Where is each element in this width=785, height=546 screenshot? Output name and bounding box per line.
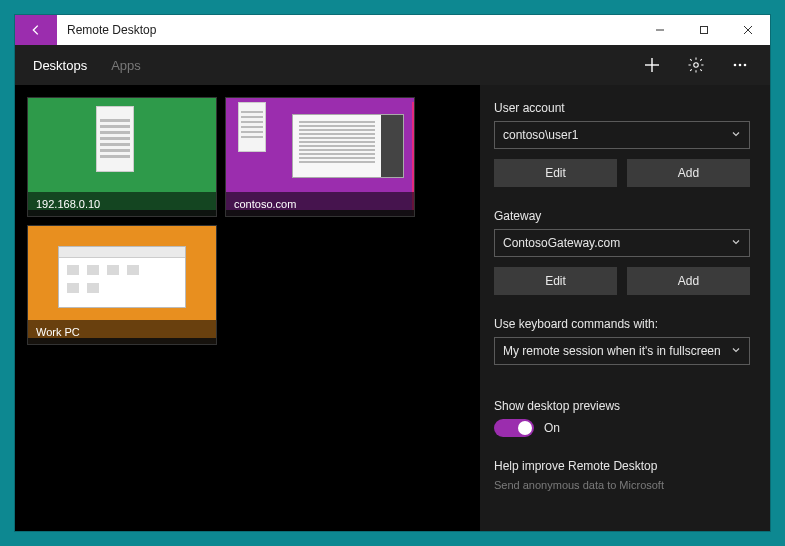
header-actions <box>640 53 760 77</box>
user-account-edit-button[interactable]: Edit <box>494 159 617 187</box>
user-account-label: User account <box>494 101 750 115</box>
telemetry-subtext: Send anonymous data to Microsoft <box>494 479 750 491</box>
section-keyboard: Use keyboard commands with: My remote se… <box>494 317 750 365</box>
gateway-add-button[interactable]: Add <box>627 267 750 295</box>
app-window: Remote Desktop Desktops Apps <box>15 15 770 531</box>
thumbnail-content <box>292 114 404 178</box>
tab-apps[interactable]: Apps <box>111 48 141 83</box>
section-user-account: User account contoso\user1 Edit Add <box>494 101 750 187</box>
svg-point-8 <box>739 64 742 67</box>
tab-desktops[interactable]: Desktops <box>33 48 87 83</box>
body: 192.168.0.10 contoso.com Work PC User ac… <box>15 85 770 531</box>
svg-rect-1 <box>701 27 708 34</box>
desktop-tile-label: contoso.com <box>226 192 414 216</box>
desktop-tile-label: Work PC <box>28 320 216 344</box>
desktop-tile[interactable]: 192.168.0.10 <box>27 97 217 217</box>
svg-point-9 <box>744 64 747 67</box>
desktops-grid: 192.168.0.10 contoso.com Work PC <box>15 85 480 531</box>
minimize-button[interactable] <box>638 15 682 45</box>
gear-icon <box>687 56 705 74</box>
window-controls <box>638 15 770 45</box>
settings-pane: User account contoso\user1 Edit Add Gate… <box>480 85 770 531</box>
add-button[interactable] <box>640 53 664 77</box>
keyboard-value: My remote session when it's in fullscree… <box>503 344 721 358</box>
svg-point-7 <box>734 64 737 67</box>
app-title: Remote Desktop <box>57 15 638 45</box>
header-bar: Desktops Apps <box>15 45 770 85</box>
gateway-edit-button[interactable]: Edit <box>494 267 617 295</box>
user-account-value: contoso\user1 <box>503 128 578 142</box>
keyboard-select[interactable]: My remote session when it's in fullscree… <box>494 337 750 365</box>
back-button[interactable] <box>15 15 57 45</box>
previews-state: On <box>544 421 560 435</box>
titlebar: Remote Desktop <box>15 15 770 45</box>
keyboard-label: Use keyboard commands with: <box>494 317 750 331</box>
plus-icon <box>643 56 661 74</box>
previews-label: Show desktop previews <box>494 399 750 413</box>
svg-point-6 <box>694 63 699 68</box>
chevron-down-icon <box>731 128 741 142</box>
tab-strip: Desktops Apps <box>33 48 141 83</box>
more-icon <box>731 56 749 74</box>
chevron-down-icon <box>731 236 741 250</box>
section-telemetry: Help improve Remote Desktop Send anonymo… <box>494 459 750 491</box>
previews-toggle[interactable] <box>494 419 534 437</box>
thumbnail-content <box>58 246 186 308</box>
settings-button[interactable] <box>684 53 708 77</box>
gateway-select[interactable]: ContosoGateway.com <box>494 229 750 257</box>
user-account-select[interactable]: contoso\user1 <box>494 121 750 149</box>
user-account-add-button[interactable]: Add <box>627 159 750 187</box>
telemetry-label: Help improve Remote Desktop <box>494 459 750 473</box>
arrow-left-icon <box>29 23 43 37</box>
maximize-icon <box>699 25 709 35</box>
close-button[interactable] <box>726 15 770 45</box>
thumbnail-content <box>238 102 266 152</box>
minimize-icon <box>655 25 665 35</box>
gateway-label: Gateway <box>494 209 750 223</box>
maximize-button[interactable] <box>682 15 726 45</box>
desktop-tile[interactable]: contoso.com <box>225 97 415 217</box>
gateway-value: ContosoGateway.com <box>503 236 620 250</box>
section-gateway: Gateway ContosoGateway.com Edit Add <box>494 209 750 295</box>
desktop-tile[interactable]: Work PC <box>27 225 217 345</box>
desktop-tile-label: 192.168.0.10 <box>28 192 216 216</box>
thumbnail-content <box>96 106 134 172</box>
close-icon <box>743 25 753 35</box>
chevron-down-icon <box>731 344 741 358</box>
more-button[interactable] <box>728 53 752 77</box>
section-previews: Show desktop previews On <box>494 399 750 437</box>
